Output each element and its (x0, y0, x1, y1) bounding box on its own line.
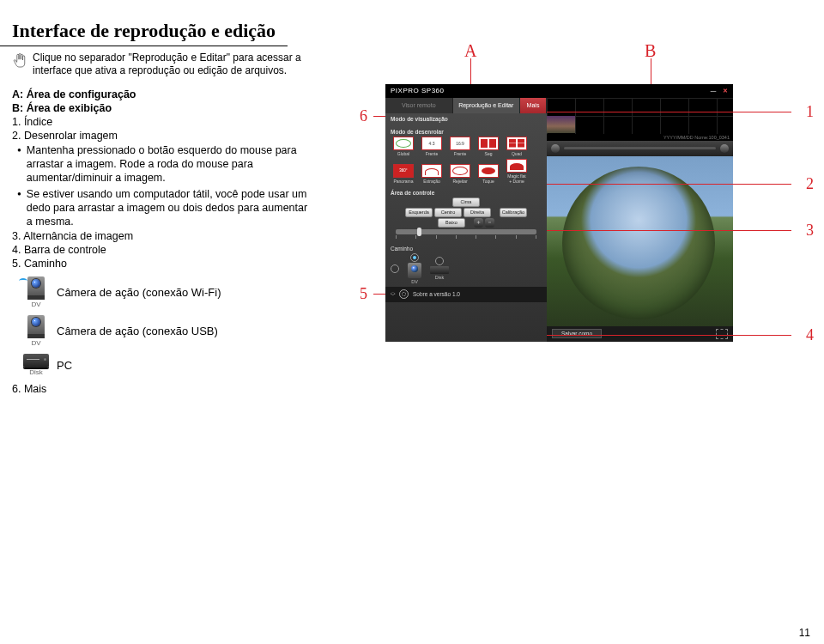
radio-dv[interactable] (410, 253, 419, 262)
legend-a: A: Área de configuração (12, 88, 308, 100)
unfold-front-169[interactable]: Frente (447, 137, 473, 156)
scale-slider[interactable] (396, 229, 536, 234)
save-as-button[interactable]: Salvar como (552, 329, 602, 338)
legend-6: 6. Mais (12, 383, 308, 395)
source-dv[interactable]: DV (408, 253, 421, 284)
timeline-index[interactable] (547, 98, 733, 134)
tab-remote-viewer[interactable]: Visor remoto (385, 98, 453, 113)
callout-5: 5 (360, 285, 367, 303)
legend-3: 3. Alternância de imagem (12, 230, 308, 242)
camera-usb-icon: DV (24, 315, 48, 347)
tab-play-edit[interactable]: Reprodução e Editar (453, 98, 521, 113)
btn-right[interactable]: Direita (464, 208, 491, 217)
camera-wifi-icon: DV (24, 276, 48, 308)
legend-4: 4. Barra de controle (12, 244, 308, 256)
source-disk[interactable]: Disk (430, 257, 449, 280)
minimize-button[interactable]: — (709, 87, 718, 95)
unfold-extract[interactable]: Extração (419, 164, 445, 184)
seek-bar[interactable] (564, 147, 716, 149)
btn-left[interactable]: Esquerda (405, 208, 433, 217)
bullet-touch: Se estiver usando um computador tátil, v… (17, 187, 308, 229)
radio-disk[interactable] (435, 257, 444, 265)
preview-area[interactable] (547, 156, 733, 326)
unfold-quad[interactable]: Quad (504, 137, 530, 156)
unfold-touch[interactable]: Toque (476, 164, 501, 184)
legend-b: B: Área de exibição (12, 102, 308, 114)
callout-4: 4 (806, 326, 814, 344)
unfold-mode-title: Modo de desenrolar (391, 129, 542, 135)
btn-up[interactable]: Cima (452, 197, 480, 207)
view-mode-title: Modo de visualização (391, 116, 542, 122)
config-panel: Visor remoto Reprodução e Editar Mais Mo… (385, 98, 547, 342)
radio-dv-left[interactable] (391, 264, 399, 273)
callout-2: 2 (806, 175, 814, 193)
volume-button[interactable] (720, 144, 729, 153)
gear-icon[interactable] (399, 289, 409, 299)
callout-3: 3 (806, 222, 814, 240)
btn-down[interactable]: Baixo (438, 218, 465, 228)
fisheye-image[interactable] (562, 167, 715, 319)
legend-usb-label: Câmera de ação (conexão USB) (57, 325, 218, 337)
unfold-global[interactable]: Global (391, 137, 416, 156)
file-meta: YYYY/MM/DD Nome:100_0341 (547, 134, 733, 141)
page-title: Interface de reprodução e edição (0, 13, 288, 46)
display-panel: YYYY/MM/DD Nome:100_0341 Salvar como (547, 98, 733, 342)
bullet-mouse: Mantenha pressionado o botão esquerdo do… (17, 143, 308, 185)
legend-1: 1. Índice (12, 116, 308, 128)
hand-icon (12, 52, 27, 70)
unfold-magic[interactable]: Magic flat + Dome (504, 159, 530, 184)
about-text: Sobre a versão 1.0 (413, 291, 460, 297)
timeline-thumb[interactable] (547, 116, 575, 133)
path-title: Caminho (391, 246, 542, 252)
callout-6: 6 (360, 107, 367, 125)
legend-wifi-label: Câmera de ação (conexão Wi-Fi) (57, 286, 221, 299)
tab-more[interactable]: Mais (520, 98, 547, 113)
app-logo: PIXPRO SP360 (385, 87, 449, 94)
legend-5: 5. Caminho (12, 258, 308, 270)
app-window: PIXPRO SP360 — ✕ Visor remoto Reprodução… (385, 84, 733, 342)
page-number: 11 (799, 627, 810, 639)
btn-calibration[interactable]: Calibração (500, 208, 527, 217)
wifi-icon: ⌔ (391, 290, 395, 299)
play-button[interactable] (551, 144, 560, 153)
intro-text: Clique no separador "Reprodução e Editar… (33, 52, 308, 78)
unfold-panorama[interactable]: Panorama (391, 164, 416, 184)
zoom-in-button[interactable]: ＋ (474, 218, 483, 228)
control-area-title: Área de controle (391, 190, 542, 196)
btn-center[interactable]: Centro (434, 208, 462, 217)
unfold-reject[interactable]: Rejeitar (447, 164, 473, 184)
playback-bar (547, 141, 733, 156)
unfold-seg[interactable]: Seg (476, 137, 501, 156)
disk-pc-icon: Disk (24, 354, 48, 376)
callout-1: 1 (806, 103, 814, 121)
unfold-front-43[interactable]: Frente (419, 137, 445, 156)
fullscreen-icon[interactable] (716, 329, 728, 339)
zoom-out-button[interactable]: － (485, 218, 494, 228)
legend-pc-label: PC (57, 359, 72, 372)
legend-2: 2. Desenrolar imagem (12, 130, 308, 142)
close-button[interactable]: ✕ (721, 87, 730, 95)
